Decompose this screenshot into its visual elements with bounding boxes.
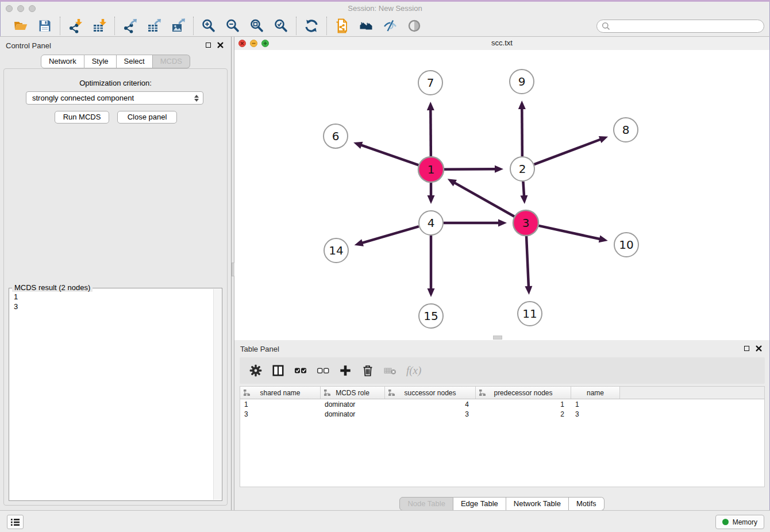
tab-edge-table[interactable]: Edge Table: [453, 497, 506, 511]
graph-edge-3-10[interactable]: [538, 226, 600, 240]
graph-edge-3-11[interactable]: [526, 236, 529, 287]
graph-node-2[interactable]: 2: [510, 157, 534, 181]
graph-node-6[interactable]: 6: [324, 124, 348, 148]
column-header-successor-nodes[interactable]: successor nodes: [385, 387, 476, 399]
graph-edge-2-3[interactable]: [523, 182, 524, 196]
horizontal-splitter-grip[interactable]: [493, 336, 502, 340]
network-minimize-icon[interactable]: [250, 40, 257, 47]
settings-gear-icon[interactable]: [249, 364, 262, 377]
apply-function-icon: f(x): [406, 364, 421, 377]
column-header-predecessor-nodes[interactable]: predecessor nodes: [476, 387, 571, 399]
graph-edge-1-6[interactable]: [360, 145, 419, 165]
zoom-in-icon[interactable]: [201, 18, 216, 33]
close-panel-icon[interactable]: [217, 42, 224, 48]
zoom-fit-icon[interactable]: [249, 18, 264, 33]
select-all-rows-icon[interactable]: [294, 364, 307, 377]
export-image-icon[interactable]: [171, 18, 186, 33]
graph-node-7[interactable]: 7: [418, 71, 442, 95]
import-table-icon[interactable]: [92, 18, 107, 33]
graph-edge-arrowhead: [428, 195, 435, 204]
graph-edge-2-8[interactable]: [534, 139, 601, 164]
column-header-name[interactable]: name: [571, 387, 620, 399]
graph-node-10[interactable]: 10: [614, 233, 638, 257]
home-view-icon[interactable]: [359, 18, 374, 33]
column-header-mcds-role[interactable]: MCDS role: [321, 387, 385, 399]
criterion-selected-value: strongly connected component: [32, 94, 134, 102]
network-from-file-icon[interactable]: [334, 18, 349, 33]
graph-node-1[interactable]: 1: [418, 157, 444, 182]
refresh-network-icon[interactable]: [304, 18, 319, 33]
mcds-result-item: 1: [14, 292, 210, 302]
search-box: [596, 20, 764, 33]
tab-style[interactable]: Style: [84, 55, 117, 68]
network-window-titlebar: scc.txt: [234, 37, 769, 51]
mcds-result-list[interactable]: 13: [10, 290, 213, 499]
table-cell: dominator: [321, 410, 385, 418]
table-row[interactable]: 3dominator323: [240, 409, 764, 419]
export-network-icon[interactable]: [122, 18, 137, 33]
tab-select[interactable]: Select: [117, 55, 153, 68]
list-icon: [10, 518, 20, 527]
add-column-icon[interactable]: [339, 364, 352, 377]
graph-node-11[interactable]: 11: [518, 302, 542, 326]
graph-edge-1-7[interactable]: [430, 109, 431, 157]
network-window-title: scc.txt: [234, 37, 769, 49]
table-row[interactable]: 1dominator411: [240, 399, 764, 409]
criterion-select[interactable]: strongly connected component: [26, 91, 203, 105]
svg-text:11: 11: [522, 307, 537, 321]
result-scrollbar[interactable]: [213, 289, 221, 500]
close-window-icon[interactable]: [6, 5, 13, 12]
import-network-icon[interactable]: [68, 18, 83, 33]
tab-network[interactable]: Network: [41, 55, 84, 68]
svg-text:4: 4: [428, 216, 435, 230]
minimize-window-icon[interactable]: [17, 5, 24, 12]
close-table-panel-icon[interactable]: [756, 345, 762, 352]
network-close-icon[interactable]: [238, 40, 246, 47]
birds-eye-view-icon[interactable]: [407, 18, 422, 33]
tab-node-table[interactable]: Node Table: [399, 497, 453, 511]
graph-edge-1-2[interactable]: [444, 169, 496, 169]
table-panel-title: Table Panel: [240, 345, 279, 353]
graph-node-9[interactable]: 9: [510, 70, 534, 94]
hide-panels-icon[interactable]: [383, 18, 398, 33]
network-canvas[interactable]: 7968124314101511: [234, 50, 769, 340]
open-session-icon[interactable]: [13, 18, 28, 33]
tab-network-table[interactable]: Network Table: [506, 497, 569, 511]
search-input[interactable]: [613, 21, 759, 30]
network-canvas-svg: 7968124314101511: [234, 50, 769, 340]
run-mcds-button[interactable]: Run MCDS: [55, 111, 109, 124]
show-task-history-button[interactable]: [7, 515, 24, 529]
graph-node-14[interactable]: 14: [324, 238, 348, 263]
show-column-icon[interactable]: [272, 364, 284, 377]
graph-node-15[interactable]: 15: [419, 304, 443, 328]
close-panel-button[interactable]: Close panel: [117, 111, 177, 124]
deselect-all-rows-icon[interactable]: [317, 364, 329, 377]
zoom-selected-icon[interactable]: [274, 18, 288, 33]
graph-node-4[interactable]: 4: [419, 211, 443, 235]
graph-node-3[interactable]: 3: [513, 210, 538, 236]
control-panel: Control Panel NetworkStyleSelectMCDS Opt…: [0, 37, 232, 510]
svg-text:1: 1: [428, 163, 435, 176]
svg-text:9: 9: [518, 75, 526, 88]
graph-edge-arrowhead: [353, 142, 363, 149]
export-table-icon[interactable]: [147, 18, 161, 33]
graph-edge-3-1[interactable]: [454, 183, 515, 217]
column-header-shared-name[interactable]: shared name: [240, 387, 321, 399]
delete-column-icon[interactable]: [361, 364, 374, 377]
graph-edge-2-9[interactable]: [522, 108, 522, 156]
graph-edge-4-14[interactable]: [361, 226, 419, 243]
zoom-out-icon[interactable]: [225, 18, 240, 33]
memory-button-label: Memory: [733, 518, 757, 526]
network-maximize-icon[interactable]: [261, 40, 269, 47]
float-table-panel-icon[interactable]: [744, 346, 749, 351]
table-panel-tabs: Node TableEdge TableNetwork TableMotifs: [234, 497, 769, 511]
float-panel-icon[interactable]: [206, 43, 211, 48]
tab-motifs[interactable]: Motifs: [569, 497, 605, 511]
svg-text:2: 2: [519, 162, 526, 176]
save-session-icon[interactable]: [37, 18, 52, 33]
memory-button[interactable]: Memory: [715, 515, 764, 529]
tab-mcds[interactable]: MCDS: [153, 55, 190, 68]
zoom-window-icon[interactable]: [29, 5, 36, 12]
graph-node-8[interactable]: 8: [614, 118, 638, 142]
graph-edge-arrowhead: [495, 165, 503, 173]
